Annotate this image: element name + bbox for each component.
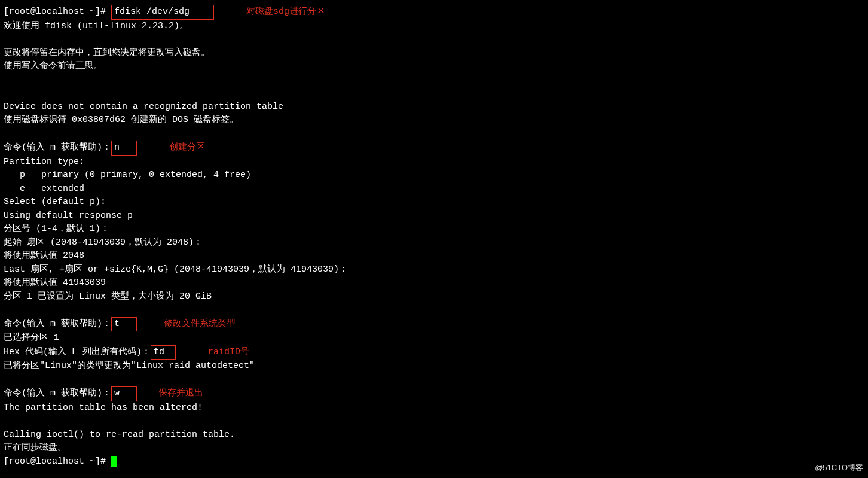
terminal-line: Using default response p xyxy=(4,209,864,223)
annotation-text: 修改文件系统类型 xyxy=(164,318,236,331)
terminal-line xyxy=(4,74,864,87)
terminal-output[interactable]: [root@localhost ~]# fdisk /dev/sdg 对磁盘sd… xyxy=(4,5,864,468)
terminal-line: [root@localhost ~]# fdisk /dev/sdg 对磁盘sd… xyxy=(4,5,864,20)
terminal-line: e extended xyxy=(4,182,864,196)
cursor-icon xyxy=(111,456,117,467)
annotation-text: 保存并退出 xyxy=(158,387,203,401)
terminal-line: 起始 扇区 (2048-41943039，默认为 2048)： xyxy=(4,236,864,250)
shell-prompt: [root@localhost ~]# xyxy=(4,456,111,467)
shell-prompt: [root@localhost ~]# xyxy=(4,7,111,17)
terminal-line xyxy=(4,303,864,317)
terminal-line: The partition table has been altered! xyxy=(4,401,864,415)
terminal-line: Calling ioctl() to re-read partition tab… xyxy=(4,428,864,442)
terminal-line: Device does not contain a recognized par… xyxy=(4,101,864,114)
terminal-line: 将使用默认值 41943039 xyxy=(4,276,864,290)
terminal-line: Last 扇区, +扇区 or +size{K,M,G} (2048-41943… xyxy=(4,263,864,277)
terminal-line: [root@localhost ~]# xyxy=(4,455,864,469)
command-highlight: fdisk /dev/sdg xyxy=(111,5,214,20)
terminal-line: 更改将停留在内存中，直到您决定将更改写入磁盘。 xyxy=(4,47,864,60)
terminal-line: 使用磁盘标识符 0x03807d62 创建新的 DOS 磁盘标签。 xyxy=(4,114,864,127)
terminal-line: 命令(输入 m 获取帮助)：w 保存并退出 xyxy=(4,386,864,401)
terminal-line: Select (default p): xyxy=(4,196,864,209)
terminal-line xyxy=(4,127,864,141)
terminal-line: Hex 代码(输入 L 列出所有代码)：fd raidID号 xyxy=(4,345,864,360)
terminal-line: Partition type: xyxy=(4,156,864,169)
terminal-line: 正在同步磁盘。 xyxy=(4,442,864,455)
terminal-line: 欢迎使用 fdisk (util-linux 2.23.2)。 xyxy=(4,20,864,34)
terminal-line: 已将分区"Linux"的类型更改为"Linux raid autodetect" xyxy=(4,360,864,373)
cmd-prompt-text: 命令(输入 m 获取帮助)： xyxy=(4,142,111,153)
terminal-line xyxy=(4,33,864,47)
annotation-text: raidID号 xyxy=(208,346,249,360)
terminal-line: p primary (0 primary, 0 extended, 4 free… xyxy=(4,169,864,182)
terminal-line xyxy=(4,415,864,428)
input-highlight: w xyxy=(111,386,137,401)
terminal-line: 使用写入命令前请三思。 xyxy=(4,60,864,74)
terminal-line: 分区 1 已设置为 Linux 类型，大小设为 20 GiB xyxy=(4,290,864,304)
watermark-text: @51CTO博客 xyxy=(815,462,863,474)
input-highlight: n xyxy=(111,141,137,156)
cmd-prompt-text: 命令(输入 m 获取帮助)： xyxy=(4,388,111,398)
terminal-line: 分区号 (1-4，默认 1)： xyxy=(4,223,864,236)
input-highlight: fd xyxy=(151,345,176,360)
annotation-text: 创建分区 xyxy=(169,141,205,155)
terminal-line: 已选择分区 1 xyxy=(4,331,864,345)
terminal-line: 命令(输入 m 获取帮助)：t 修改文件系统类型 xyxy=(4,317,864,332)
cmd-prompt-text: 命令(输入 m 获取帮助)： xyxy=(4,319,111,329)
cmd-prompt-text: Hex 代码(输入 L 列出所有代码)： xyxy=(4,347,151,357)
terminal-line xyxy=(4,87,864,101)
terminal-line xyxy=(4,373,864,387)
terminal-line: 将使用默认值 2048 xyxy=(4,249,864,263)
input-highlight: t xyxy=(111,317,137,332)
annotation-text: 对磁盘sdg进行分区 xyxy=(246,5,325,19)
terminal-line: 命令(输入 m 获取帮助)：n 创建分区 xyxy=(4,141,864,156)
